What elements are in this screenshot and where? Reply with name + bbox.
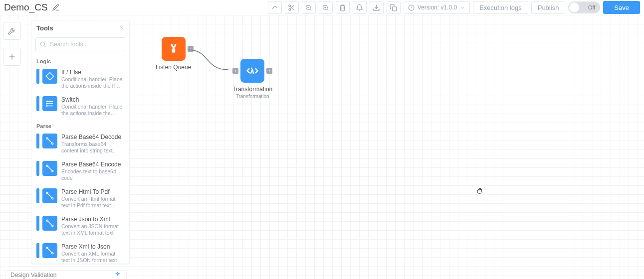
svg-line-38 [48,194,52,198]
copy-icon[interactable] [387,1,401,14]
node-sublabel: Transformation [236,94,269,99]
flow-curve-icon[interactable] [268,1,282,14]
svg-point-29 [46,106,47,107]
svg-point-27 [46,101,47,102]
svg-point-42 [46,247,48,249]
tool-item-parse-json-xml[interactable]: Parse Json to Xml Convert an JSON format… [31,212,129,240]
search-icon [39,41,46,48]
svg-point-28 [46,103,47,104]
toggle-knob-icon [569,2,579,12]
design-validation-panel[interactable]: Design Validation [5,270,127,279]
tool-title: Parse Base64 Encode [61,161,124,168]
svg-marker-23 [46,73,54,80]
svg-point-43 [52,253,53,254]
tool-title: If / Else [61,69,124,76]
svg-line-22 [44,46,46,47]
transform-icon [42,134,57,148]
tool-drag-handle-icon [36,134,39,148]
version-label: Version: v1.0.0 [418,4,457,11]
tools-icon[interactable] [3,22,21,40]
tools-panel-title: Tools [36,24,53,32]
tool-drag-handle-icon [36,216,39,231]
port-in-icon[interactable] [232,68,238,74]
svg-line-3 [292,8,294,10]
svg-line-32 [48,139,52,143]
publish-button[interactable]: Publish [531,1,566,14]
tool-drag-handle-icon [36,96,39,111]
svg-line-9 [327,9,329,10]
magic-icon [114,272,121,279]
switch-icon [42,96,57,111]
bottom-panel-label: Design Validation [10,272,57,279]
rabbit-icon [167,42,180,55]
tool-desc: Convert an JSON format text in XML forma… [61,223,124,236]
svg-line-6 [310,9,312,10]
tool-title: Parse Xml to Json [61,243,124,251]
node-listen-queue[interactable] [162,37,186,61]
port-out-icon[interactable] [266,68,272,74]
tool-item-parse-b64-decode[interactable]: Parse Base64 Decode Transforms base64 co… [31,130,129,157]
search-input[interactable] [35,37,125,51]
cut-icon[interactable] [285,1,299,14]
transform-icon [42,243,57,258]
tool-item-switch[interactable]: Switch Conditional handler. Place the ac… [31,93,129,120]
tool-desc: Convert an Html format text in Pdf forma… [61,196,124,209]
svg-point-31 [52,143,53,144]
section-logic-label: Logic [31,55,129,65]
svg-point-36 [46,192,48,194]
toggle-label: Off [588,4,595,10]
transform-icon [42,161,57,176]
download-icon[interactable] [370,1,384,14]
runtime-toggle[interactable]: Off [568,1,600,13]
add-icon[interactable] [3,48,21,66]
lambda-icon [245,64,259,78]
trash-icon[interactable] [336,1,350,14]
tool-item-if-else[interactable]: If / Else Conditional handler. Place the… [31,65,129,93]
svg-line-44 [48,249,52,253]
tool-desc: Conditional handler. Place the actions i… [61,76,124,89]
tool-desc: Convert an XML format text in JSON forma… [61,251,124,264]
tool-item-parse-xml-json[interactable]: Parse Xml to Json Convert an XML format … [31,240,129,264]
zoom-out-icon[interactable] [302,1,316,14]
port-out-icon[interactable] [188,46,194,52]
node-label: Listen Queue [156,64,191,71]
bell-icon[interactable] [353,1,367,14]
chevron-down-icon [460,5,465,10]
svg-line-4 [290,6,291,7]
tool-desc: Encodes text to base64 code [61,168,124,181]
svg-point-39 [46,220,48,221]
svg-point-33 [46,165,48,166]
zoom-in-icon[interactable] [319,1,333,14]
tool-drag-handle-icon [36,161,39,176]
tool-title: Parse Base64 Decode [61,134,124,141]
transform-icon [42,188,57,203]
section-parse-label: Parse [31,120,129,130]
tool-drag-handle-icon [36,188,39,203]
tool-item-parse-b64-encode[interactable]: Parse Base64 Encode Encodes text to base… [31,157,129,185]
tool-desc: Transforms base64 content into string te… [61,141,124,154]
node-transformation[interactable] [240,59,264,83]
edit-title-icon[interactable] [52,3,60,11]
svg-point-37 [52,198,53,199]
tools-panel: Tools Logic If / Else Conditional handle… [31,20,130,264]
version-button[interactable]: Version: v1.0.0 [404,1,470,14]
grab-cursor-icon [476,186,485,195]
tool-desc: Conditional handler. Place the actions i… [61,104,124,117]
execution-logs-button[interactable]: Execution logs [473,1,528,14]
tool-title: Switch [61,96,124,104]
branch-icon [42,69,57,84]
tool-title: Parse Html To Pdf [61,188,124,196]
svg-rect-13 [393,6,397,10]
node-label: Transformation [232,86,272,93]
close-icon[interactable] [118,24,124,32]
svg-point-40 [52,225,53,227]
svg-line-41 [48,221,52,225]
svg-point-21 [40,42,44,46]
tool-drag-handle-icon [36,69,39,84]
transform-icon [42,216,57,231]
save-button[interactable]: Save [603,1,640,14]
svg-line-35 [48,166,52,170]
tool-title: Parse Json to Xml [61,216,124,223]
tool-item-parse-html-pdf[interactable]: Parse Html To Pdf Convert an Html format… [31,185,129,212]
tool-drag-handle-icon [36,243,39,258]
